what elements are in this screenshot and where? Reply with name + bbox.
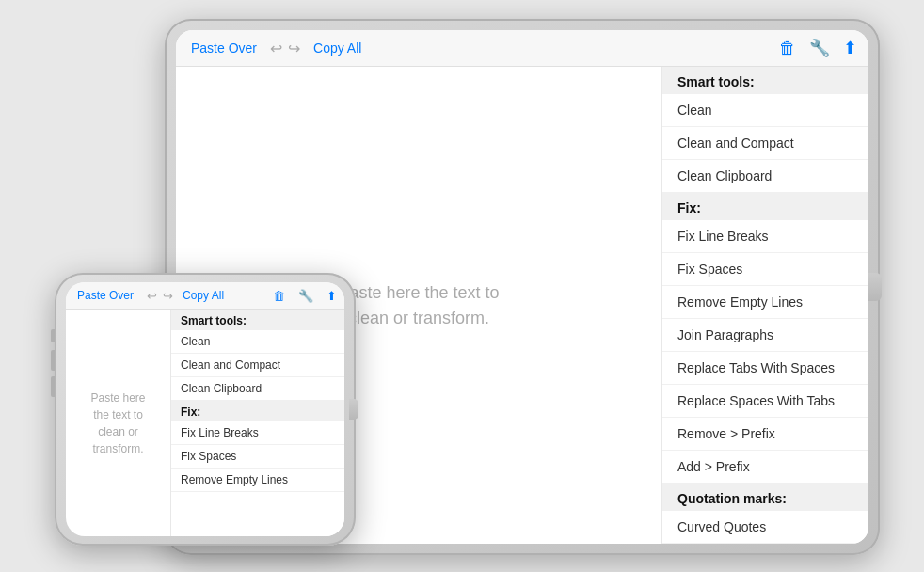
tablet-item-fix-line-breaks[interactable]: Fix Line Breaks xyxy=(662,220,868,253)
tablet-item-fix-spaces[interactable]: Fix Spaces xyxy=(662,253,868,286)
tablet-section-quotation: Quotation marks: xyxy=(662,484,868,511)
tablet-item-add-prefix[interactable]: Add > Prefix xyxy=(662,451,868,484)
tablet-copy-all-button[interactable]: Copy All xyxy=(310,39,365,57)
phone-home-button[interactable] xyxy=(349,399,358,420)
phone-copy-all-button[interactable]: Copy All xyxy=(179,287,228,304)
tablet-item-clean-compact[interactable]: Clean and Compact xyxy=(662,127,868,160)
tablet-item-replace-spaces-tabs[interactable]: Replace Spaces With Tabs xyxy=(662,385,868,418)
tablet-wrench-icon[interactable]: 🔧 xyxy=(809,38,830,58)
tablet-redo-icon[interactable]: ↪ xyxy=(288,40,300,57)
scene: Paste Over ↩ ↪ Copy All 🗑 🔧 ⬆ Paste here… xyxy=(0,0,924,572)
phone-section-fix: Fix: xyxy=(171,401,344,421)
phone-content: Paste here the text toclean or transform… xyxy=(66,310,344,536)
tablet-item-remove-prefix[interactable]: Remove > Prefix xyxy=(662,418,868,451)
phone-item-clean[interactable]: Clean xyxy=(171,330,344,354)
phone-mute-button xyxy=(51,329,55,342)
tablet-paste-over-button[interactable]: Paste Over xyxy=(187,39,261,57)
tablet-section-fix: Fix: xyxy=(662,193,868,220)
tablet-trash-icon[interactable]: 🗑 xyxy=(779,39,796,58)
phone-volume-down-button xyxy=(51,376,55,397)
phone-smart-panel: Smart tools: Clean Clean and Compact Cle… xyxy=(170,310,344,536)
phone-section-smart-tools: Smart tools: xyxy=(171,310,344,330)
phone-share-icon[interactable]: ⬆ xyxy=(327,289,337,303)
tablet-section-smart-tools: Smart tools: xyxy=(662,67,868,94)
tablet-share-icon[interactable]: ⬆ xyxy=(843,38,857,58)
phone-item-remove-empty-lines[interactable]: Remove Empty Lines xyxy=(171,469,344,492)
tablet-item-replace-tabs-spaces[interactable]: Replace Tabs With Spaces xyxy=(662,352,868,385)
phone-item-clean-clipboard[interactable]: Clean Clipboard xyxy=(171,377,344,401)
phone-device: Paste Over ↩ ↪ Copy All 🗑 🔧 ⬆ Paste here… xyxy=(55,273,356,546)
phone-undo-icon[interactable]: ↩ xyxy=(147,289,157,303)
phone-placeholder: Paste here the text toclean or transform… xyxy=(85,389,151,457)
tablet-toolbar: Paste Over ↩ ↪ Copy All 🗑 🔧 ⬆ xyxy=(176,30,868,67)
phone-screen: Paste Over ↩ ↪ Copy All 🗑 🔧 ⬆ Paste here… xyxy=(66,282,344,536)
phone-item-fix-line-breaks[interactable]: Fix Line Breaks xyxy=(171,421,344,445)
phone-item-fix-spaces[interactable]: Fix Spaces xyxy=(171,445,344,469)
tablet-placeholder: Paste here the text toclean or transform… xyxy=(338,280,499,331)
phone-undo-redo: ↩ ↪ xyxy=(147,289,173,303)
phone-paste-over-button[interactable]: Paste Over xyxy=(73,287,137,304)
tablet-undo-icon[interactable]: ↩ xyxy=(270,40,282,57)
phone-wrench-icon[interactable]: 🔧 xyxy=(298,289,313,303)
tablet-undo-redo: ↩ ↪ xyxy=(270,40,300,57)
phone-item-clean-compact[interactable]: Clean and Compact xyxy=(171,354,344,377)
tablet-home-button[interactable] xyxy=(868,273,882,301)
tablet-item-join-paragraphs[interactable]: Join Paragraphs xyxy=(662,319,868,352)
phone-trash-icon[interactable]: 🗑 xyxy=(273,289,285,303)
phone-redo-icon[interactable]: ↪ xyxy=(163,289,173,303)
phone-volume-up-button xyxy=(51,350,55,371)
phone-toolbar: Paste Over ↩ ↪ Copy All 🗑 🔧 ⬆ xyxy=(66,282,344,310)
phone-editor[interactable]: Paste here the text toclean or transform… xyxy=(66,310,170,536)
tablet-item-clean-clipboard[interactable]: Clean Clipboard xyxy=(662,160,868,193)
tablet-item-remove-empty-lines[interactable]: Remove Empty Lines xyxy=(662,286,868,319)
tablet-smart-panel: Smart tools: Clean Clean and Compact Cle… xyxy=(661,67,868,544)
tablet-item-clean[interactable]: Clean xyxy=(662,94,868,127)
tablet-item-curved-quotes[interactable]: Curved Quotes xyxy=(662,511,868,544)
